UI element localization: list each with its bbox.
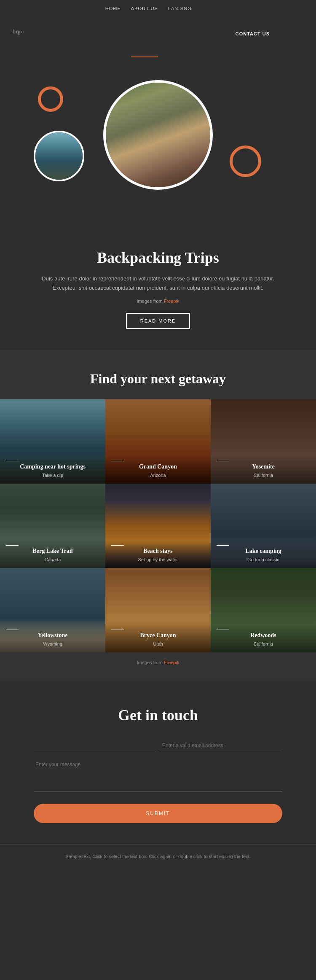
email-input[interactable] xyxy=(161,739,282,752)
lake-camping-title: Lake camping xyxy=(217,548,310,555)
grand-canyon-title: Grand Canyon xyxy=(111,463,205,470)
grand-canyon-label: Grand Canyon Arizona xyxy=(105,456,211,484)
grid-item-lake-camping[interactable]: Lake camping Go for a classic xyxy=(211,484,316,568)
label-line xyxy=(6,545,19,546)
logo: logo xyxy=(13,28,24,35)
freepik-link[interactable]: Freepik xyxy=(164,299,179,304)
beach-title: Beach stays xyxy=(111,548,205,555)
lake-camping-subtitle: Go for a classic xyxy=(247,557,279,562)
navigation: logo HOME ABOUT US LANDING CONTACT US xyxy=(0,0,316,63)
hot-springs-subtitle: Take a dip xyxy=(42,473,63,478)
grid-item-beach[interactable]: Beach stays Set up by the water xyxy=(105,484,211,568)
redwoods-title: Redwoods xyxy=(217,632,310,639)
name-input[interactable] xyxy=(34,739,155,752)
yellowstone-label: Yellowstone Wyoming xyxy=(0,625,105,652)
grid-item-grand-canyon[interactable]: Grand Canyon Arizona xyxy=(105,399,211,484)
contact-section: Get in touch SUBMIT xyxy=(0,681,316,844)
bryce-label: Bryce Canyon Utah xyxy=(105,625,211,652)
yosemite-label: Yosemite California xyxy=(211,456,316,484)
grand-canyon-subtitle: Arizona xyxy=(150,473,166,478)
berg-lake-title: Berg Lake Trail xyxy=(6,548,99,555)
label-line xyxy=(217,630,229,630)
backpacking-description: Duis aute irure dolor in reprehenderit i… xyxy=(34,274,282,293)
yellowstone-subtitle: Wyoming xyxy=(43,641,62,646)
beach-subtitle: Set up by the water xyxy=(138,557,178,562)
label-line xyxy=(217,461,229,461)
grid-item-hot-springs[interactable]: Camping near hot springs Take a dip xyxy=(0,399,105,484)
yosemite-subtitle: California xyxy=(254,473,273,478)
hero-section xyxy=(0,63,316,223)
label-line xyxy=(6,630,19,630)
contact-title: Get in touch xyxy=(34,706,282,724)
backpacking-section: Backpacking Trips Duis aute irure dolor … xyxy=(0,223,316,350)
grid-item-yellowstone[interactable]: Yellowstone Wyoming xyxy=(0,568,105,652)
nav-home[interactable]: HOME xyxy=(105,6,121,57)
hero-image-main xyxy=(103,80,213,190)
nav-landing[interactable]: LANDING xyxy=(168,6,192,57)
grid-item-berg-lake[interactable]: Berg Lake Trail Canada xyxy=(0,484,105,568)
hero-image-small xyxy=(34,131,84,181)
yosemite-title: Yosemite xyxy=(217,463,310,470)
destinations-grid: Camping near hot springs Take a dip Gran… xyxy=(0,399,316,652)
hero-small-bg xyxy=(35,132,83,180)
label-line xyxy=(111,630,124,630)
deco-circle-bottom-right xyxy=(230,145,261,177)
hero-main-bg xyxy=(106,83,210,187)
deco-circle-top-left xyxy=(38,86,63,112)
nav-contact[interactable]: CONTACT US xyxy=(202,6,303,57)
form-name-email-row xyxy=(34,739,282,752)
nav-links: HOME ABOUT US LANDING CONTACT US xyxy=(105,6,303,57)
getaway-section: Find your next getaway Camping near hot … xyxy=(0,350,316,681)
bryce-title: Bryce Canyon xyxy=(111,632,205,639)
grid-item-yosemite[interactable]: Yosemite California xyxy=(211,399,316,484)
hot-springs-title: Camping near hot springs xyxy=(6,463,99,470)
label-line xyxy=(217,545,229,546)
grid-item-bryce[interactable]: Bryce Canyon Utah xyxy=(105,568,211,652)
grid-item-redwoods[interactable]: Redwoods California xyxy=(211,568,316,652)
redwoods-subtitle: California xyxy=(254,641,273,646)
label-line xyxy=(111,545,124,546)
lake-camping-label: Lake camping Go for a classic xyxy=(211,540,316,568)
bryce-subtitle: Utah xyxy=(153,641,163,646)
berg-lake-label: Berg Lake Trail Canada xyxy=(0,540,105,568)
berg-lake-subtitle: Canada xyxy=(45,557,61,562)
submit-button[interactable]: SUBMIT xyxy=(34,804,282,823)
getaway-title: Find your next getaway xyxy=(0,371,316,387)
grid-freepik-credit: Images from Freepik xyxy=(0,652,316,673)
beach-label: Beach stays Set up by the water xyxy=(105,540,211,568)
backpacking-title: Backpacking Trips xyxy=(34,249,282,267)
nav-about[interactable]: ABOUT US xyxy=(131,6,158,57)
read-more-button[interactable]: READ MORE xyxy=(126,313,190,329)
label-line xyxy=(111,461,124,461)
yellowstone-title: Yellowstone xyxy=(6,632,99,639)
freepik-credit: Images from Freepik xyxy=(34,299,282,304)
footer: Sample text. Click to select the text bo… xyxy=(0,844,316,873)
redwoods-label: Redwoods California xyxy=(211,625,316,652)
hot-springs-label: Camping near hot springs Take a dip xyxy=(0,456,105,484)
footer-text: Sample text. Click to select the text bo… xyxy=(25,853,291,861)
message-textarea[interactable] xyxy=(34,758,282,792)
grid-freepik-link[interactable]: Freepik xyxy=(164,660,179,665)
label-line xyxy=(6,461,19,461)
